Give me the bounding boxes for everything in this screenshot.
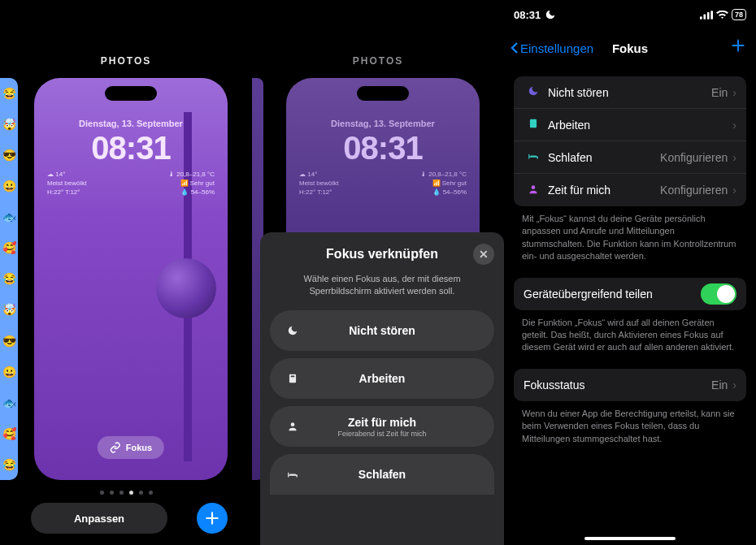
- focus-option-label: Arbeiten: [285, 372, 480, 385]
- focus-mode-row-sleep[interactable]: Schlafen Konfigurieren ›: [514, 141, 746, 174]
- chevron-right-icon: ›: [732, 86, 736, 99]
- svg-rect-7: [530, 119, 537, 128]
- customize-button-label: Anpassen: [74, 513, 124, 525]
- emoji-wallpaper-sliver[interactable]: 😂 🤯 😎 😀 🐟 🥰 😂 🤯 😎 😀 🐟 🥰 😂: [0, 78, 18, 480]
- focus-option-label: Nicht stören: [285, 324, 480, 337]
- status-footer-text: Wenn du einer App die Berechtigung ertei…: [514, 401, 746, 445]
- page-indicator[interactable]: [0, 491, 252, 495]
- chevron-right-icon: ›: [732, 184, 736, 197]
- share-toggle-row[interactable]: Geräteübergreifend teilen: [514, 278, 746, 310]
- emoji-item: 🥰: [2, 427, 16, 440]
- row-value: Ein: [711, 86, 728, 99]
- emoji-item: 🤯: [2, 303, 16, 316]
- lockscreen-time: 08:31: [34, 130, 228, 167]
- lockscreen-date: Dienstag, 13. September: [34, 119, 228, 128]
- focus-mode-row-dnd[interactable]: Nicht stören Ein ›: [514, 76, 746, 109]
- emoji-item: 🤯: [2, 118, 16, 131]
- air-widget: 🌡 20,8–21,8 °C 📶 Sehr gut 💧 54–56%: [168, 171, 215, 197]
- emoji-item: 😂: [2, 458, 16, 471]
- svg-rect-3: [700, 16, 702, 19]
- category-label: PHOTOS: [0, 55, 252, 67]
- focus-link-chip[interactable]: Fokus: [98, 436, 164, 459]
- plus-icon: [730, 37, 746, 54]
- settings-focus-screen: 08:31 78 Einstellungen Fokus Nicht störe…: [504, 0, 756, 545]
- sheet-title: Fokus verknüpfen: [270, 247, 494, 262]
- emoji-item: 😎: [2, 335, 16, 348]
- link-icon: [110, 442, 121, 453]
- emoji-item: 😀: [2, 180, 16, 192]
- row-value: Konfigurieren: [660, 184, 728, 197]
- row-label: Zeit für mich: [548, 184, 660, 197]
- weather-widget: ☁ 14° Meist bewölkt H:22° T:12°: [47, 171, 86, 197]
- close-icon: ✕: [479, 248, 489, 261]
- focus-chip-label: Fokus: [126, 443, 152, 452]
- bed-icon: [524, 150, 543, 164]
- emoji-item: 😂: [2, 272, 16, 285]
- focus-option-label: Zeit für mich: [285, 416, 480, 429]
- moon-icon: [545, 9, 556, 20]
- sheet-subtitle: Wähle einen Fokus aus, der mit diesem Sp…: [270, 273, 494, 297]
- weather-widget: ☁ 14° Meist bewölkt H:22° T:12°: [299, 171, 338, 197]
- chevron-right-icon: ›: [732, 378, 736, 391]
- lockscreen-widgets: ☁ 14° Meist bewölkt H:22° T:12° 🌡 20,8–2…: [47, 171, 215, 197]
- lockscreen-preview[interactable]: Dienstag, 13. September 08:31 ☁ 14° Meis…: [34, 78, 228, 480]
- svg-rect-6: [710, 11, 713, 19]
- share-across-devices-card: Geräteübergreifend teilen: [514, 278, 746, 310]
- focus-option-personal[interactable]: Zeit für mich Feierabend ist Zeit für mi…: [270, 406, 494, 447]
- home-indicator[interactable]: [584, 537, 676, 540]
- focus-option-subtitle: Feierabend ist Zeit für mich: [270, 430, 494, 438]
- lockscreen-gallery: PHOTOS 😂 🤯 😎 😀 🐟 🥰 😂 🤯 😎 😀 🐟 🥰 😂 Diensta…: [0, 0, 252, 545]
- lockscreen-date: Dienstag, 13. September: [286, 119, 480, 128]
- add-focus-button[interactable]: [730, 37, 746, 58]
- lockscreen-gallery-sheet: PHOTOS Dienstag, 13. September 08:31 ☁ 1…: [252, 0, 504, 545]
- lockscreen-time: 08:31: [286, 130, 480, 167]
- svg-rect-5: [707, 11, 710, 19]
- status-time: 08:31: [514, 9, 541, 21]
- row-value: Konfigurieren: [660, 151, 728, 164]
- focus-mode-row-work[interactable]: Arbeiten ›: [514, 109, 746, 141]
- row-label: Geräteübergreifend teilen: [524, 288, 701, 301]
- focus-option-list: Nicht stören Arbeiten Zeit für mich Feie…: [270, 310, 494, 495]
- focus-status-card: Fokusstatus Ein ›: [514, 369, 746, 401]
- lockscreen-widgets: ☁ 14° Meist bewölkt H:22° T:12° 🌡 20,8–2…: [299, 171, 467, 197]
- moon-icon: [524, 85, 543, 99]
- focus-option-dnd[interactable]: Nicht stören: [270, 310, 494, 351]
- emoji-item: 😎: [2, 149, 16, 162]
- cellular-icon: [700, 11, 713, 19]
- focus-option-sleep[interactable]: Schlafen: [270, 454, 494, 495]
- emoji-item: 🐟: [2, 210, 16, 223]
- focus-status-row[interactable]: Fokusstatus Ein ›: [514, 369, 746, 401]
- chevron-left-icon: [511, 41, 519, 54]
- customize-button[interactable]: Anpassen: [31, 503, 167, 534]
- link-focus-sheet: Fokus verknüpfen ✕ Wähle einen Fokus aus…: [260, 232, 504, 545]
- dynamic-island: [357, 86, 409, 101]
- badge-icon: [524, 118, 543, 132]
- nav-bar: Einstellungen Fokus: [504, 34, 756, 62]
- chevron-right-icon: ›: [732, 151, 736, 164]
- row-label: Schlafen: [548, 151, 660, 164]
- emoji-item: 🥰: [2, 241, 16, 254]
- add-lockscreen-button[interactable]: [197, 503, 228, 534]
- wifi-icon: [716, 11, 728, 19]
- focus-option-work[interactable]: Arbeiten: [270, 358, 494, 399]
- person-icon: [524, 184, 543, 197]
- row-label: Nicht stören: [548, 86, 711, 99]
- focus-mode-row-personal[interactable]: Zeit für mich Konfigurieren ›: [514, 174, 746, 206]
- close-button[interactable]: ✕: [473, 244, 494, 265]
- svg-rect-4: [703, 14, 706, 19]
- battery-indicator: 78: [732, 9, 746, 20]
- row-value: Ein: [711, 378, 728, 391]
- focus-option-label: Schlafen: [285, 468, 480, 481]
- back-label: Einstellungen: [520, 41, 593, 55]
- share-footer-text: Die Funktion „Fokus“ wird auf all deinen…: [514, 310, 746, 354]
- air-widget: 🌡 20,8–21,8 °C 📶 Sehr gut 💧 54–56%: [420, 171, 467, 197]
- focus-modes-list: Nicht stören Ein › Arbeiten › Schlafen K…: [514, 76, 746, 206]
- toggle-switch[interactable]: [701, 283, 736, 305]
- dynamic-island: [105, 86, 157, 101]
- svg-point-8: [532, 185, 536, 189]
- category-label: PHOTOS: [252, 55, 504, 67]
- modes-footer-text: Mit „Fokus“ kannst du deine Geräte persö…: [514, 206, 746, 263]
- back-button[interactable]: Einstellungen: [511, 41, 593, 55]
- plus-icon: [204, 510, 220, 526]
- row-label: Arbeiten: [548, 119, 728, 132]
